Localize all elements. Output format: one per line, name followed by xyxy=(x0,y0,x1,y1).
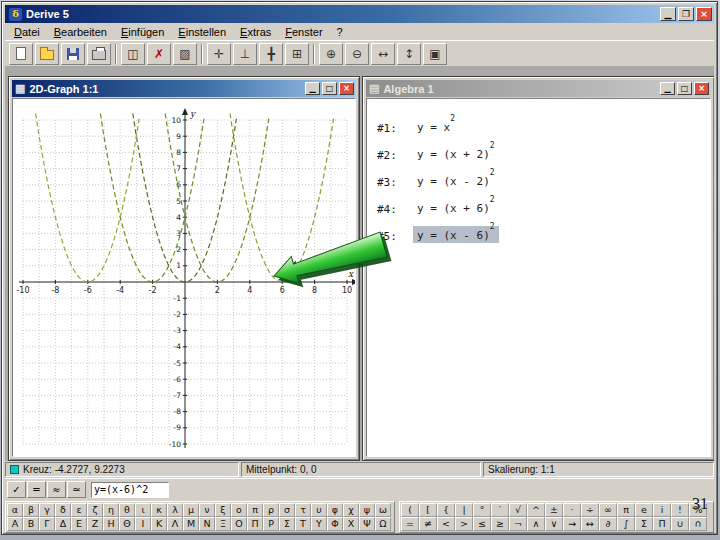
greek-letter-button[interactable]: Υ xyxy=(311,517,327,531)
greek-letter-button[interactable]: Ω xyxy=(375,517,391,531)
expression-5-highlighted[interactable]: y = (x - 6)2 xyxy=(413,226,499,243)
expression-row[interactable]: #3: y = (x - 2)2 xyxy=(367,162,710,189)
minimize-button[interactable]: ▁ xyxy=(660,7,676,21)
simplify-button[interactable]: = xyxy=(27,481,46,498)
open-button[interactable] xyxy=(35,43,59,65)
greek-letter-button[interactable]: ε xyxy=(71,503,87,517)
math-symbol-button[interactable]: ≥ xyxy=(491,517,509,531)
greek-letter-button[interactable]: Δ xyxy=(55,517,71,531)
new-button[interactable] xyxy=(9,43,33,65)
math-symbol-button[interactable]: ^ xyxy=(527,503,545,517)
menu-item-einstellen[interactable]: Einstellen xyxy=(171,25,233,39)
greek-letter-button[interactable]: Ρ xyxy=(263,517,279,531)
math-symbol-button[interactable]: | xyxy=(455,503,473,517)
expression-row[interactable]: #1: y = x2 xyxy=(367,108,710,135)
greek-letter-button[interactable]: μ xyxy=(183,503,199,517)
center-cross-button[interactable]: ╋ xyxy=(259,43,283,65)
math-symbol-button[interactable]: { xyxy=(437,503,455,517)
greek-letter-button[interactable]: φ xyxy=(327,503,343,517)
greek-letter-button[interactable]: ψ xyxy=(359,503,375,517)
greek-letter-button[interactable]: Θ xyxy=(119,517,135,531)
author-button[interactable]: ✓ xyxy=(7,481,26,498)
math-symbol-button[interactable]: ∪ xyxy=(671,517,689,531)
math-symbol-button[interactable]: ± xyxy=(545,503,563,517)
greek-letter-button[interactable]: θ xyxy=(119,503,135,517)
greek-letter-button[interactable]: ζ xyxy=(87,503,103,517)
math-symbol-button[interactable]: Π xyxy=(653,517,671,531)
greek-letter-button[interactable]: Ε xyxy=(71,517,87,531)
approximate-button[interactable]: ≈ xyxy=(47,481,66,498)
close-button[interactable]: × xyxy=(696,7,712,21)
copy-window-button[interactable]: ◫ xyxy=(121,43,145,65)
math-symbol-button[interactable]: e xyxy=(635,503,653,517)
expression-2[interactable]: y = (x + 2)2 xyxy=(413,145,499,162)
expression-row[interactable]: #2: y = (x + 2)2 xyxy=(367,135,710,162)
math-symbol-button[interactable]: ° xyxy=(473,503,491,517)
greek-letter-button[interactable]: Β xyxy=(23,517,39,531)
greek-letter-button[interactable]: Σ xyxy=(279,517,295,531)
zoom-out-button[interactable]: ⊖ xyxy=(345,43,369,65)
expression-input[interactable] xyxy=(91,482,169,498)
greek-letter-button[interactable]: η xyxy=(103,503,119,517)
greek-letter-button[interactable]: ο xyxy=(231,503,247,517)
grid-toggle-button[interactable]: ⊞ xyxy=(285,43,309,65)
greek-letter-button[interactable]: Χ xyxy=(343,517,359,531)
greek-letter-button[interactable]: β xyxy=(23,503,39,517)
math-symbol-button[interactable]: ≠ xyxy=(419,517,437,531)
math-symbol-button[interactable]: √ xyxy=(509,503,527,517)
math-symbol-button[interactable]: ∩ xyxy=(689,517,707,531)
zoom-in-button[interactable]: ⊕ xyxy=(319,43,343,65)
greek-letter-button[interactable]: γ xyxy=(39,503,55,517)
greek-letter-button[interactable]: δ xyxy=(55,503,71,517)
save-button[interactable] xyxy=(61,43,85,65)
menu-item-einfuegen[interactable]: Einfügen xyxy=(114,25,171,39)
menu-item-hilfe[interactable]: ? xyxy=(330,25,350,39)
expression-1[interactable]: y = x2 xyxy=(413,118,459,135)
math-symbol-button[interactable]: ! xyxy=(671,503,689,517)
trace-mode-button[interactable]: ⊥ xyxy=(233,43,257,65)
greek-letter-button[interactable]: ω xyxy=(375,503,391,517)
algebra-close-button[interactable]: × xyxy=(694,82,709,95)
algebra-minimize-button[interactable]: ▁ xyxy=(660,82,675,95)
math-symbol-button[interactable]: ÷ xyxy=(581,503,599,517)
menu-item-bearbeiten[interactable]: Bearbeiten xyxy=(47,25,114,39)
greek-letter-button[interactable]: Π xyxy=(247,517,263,531)
greek-letter-button[interactable]: Ξ xyxy=(215,517,231,531)
math-symbol-button[interactable]: ≤ xyxy=(473,517,491,531)
greek-letter-button[interactable]: Μ xyxy=(183,517,199,531)
print-button[interactable] xyxy=(87,43,111,65)
cross-mode-button[interactable]: ✛ xyxy=(207,43,231,65)
menu-item-datei[interactable]: Datei xyxy=(7,25,47,39)
math-symbol-button[interactable]: ∞ xyxy=(599,503,617,517)
greek-letter-button[interactable]: α xyxy=(7,503,23,517)
greek-letter-button[interactable]: Ι xyxy=(135,517,151,531)
greek-letter-button[interactable]: χ xyxy=(343,503,359,517)
plot-canvas[interactable]: xy-10-8-6-4-2246810-10-9-8-7-6-5-4-3-2-1… xyxy=(13,99,356,457)
maximize-button[interactable]: ❐ xyxy=(678,7,694,21)
pattern-button[interactable]: ▨ xyxy=(173,43,197,65)
zoom-vertical-button[interactable]: ↕ xyxy=(397,43,421,65)
greek-letter-button[interactable]: Ο xyxy=(231,517,247,531)
greek-letter-button[interactable]: σ xyxy=(279,503,295,517)
math-symbol-button[interactable]: ∂ xyxy=(599,517,617,531)
math-symbol-button[interactable]: ∫ xyxy=(617,517,635,531)
math-symbol-button[interactable]: > xyxy=(455,517,473,531)
greek-letter-button[interactable]: Η xyxy=(103,517,119,531)
greek-letter-button[interactable]: Φ xyxy=(327,517,343,531)
greek-letter-button[interactable]: ν xyxy=(199,503,215,517)
greek-letter-button[interactable]: ι xyxy=(135,503,151,517)
greek-letter-button[interactable]: Ν xyxy=(199,517,215,531)
greek-letter-button[interactable]: Α xyxy=(7,517,23,531)
greek-letter-button[interactable]: ξ xyxy=(215,503,231,517)
delete-plot-button[interactable]: ✗ xyxy=(147,43,171,65)
expression-row[interactable]: #4: y = (x + 6)2 xyxy=(367,189,710,216)
greek-letter-button[interactable]: Κ xyxy=(151,517,167,531)
zoom-fit-button[interactable]: ▣ xyxy=(423,43,447,65)
math-symbol-button[interactable]: π xyxy=(617,503,635,517)
graph-plot-area[interactable]: xy-10-8-6-4-2246810-10-9-8-7-6-5-4-3-2-1… xyxy=(12,98,356,457)
greek-letter-button[interactable]: κ xyxy=(151,503,167,517)
substitute-button[interactable]: ≃ xyxy=(67,481,86,498)
greek-letter-button[interactable]: Ψ xyxy=(359,517,375,531)
menu-item-fenster[interactable]: Fenster xyxy=(278,25,329,39)
greek-letter-button[interactable]: υ xyxy=(311,503,327,517)
